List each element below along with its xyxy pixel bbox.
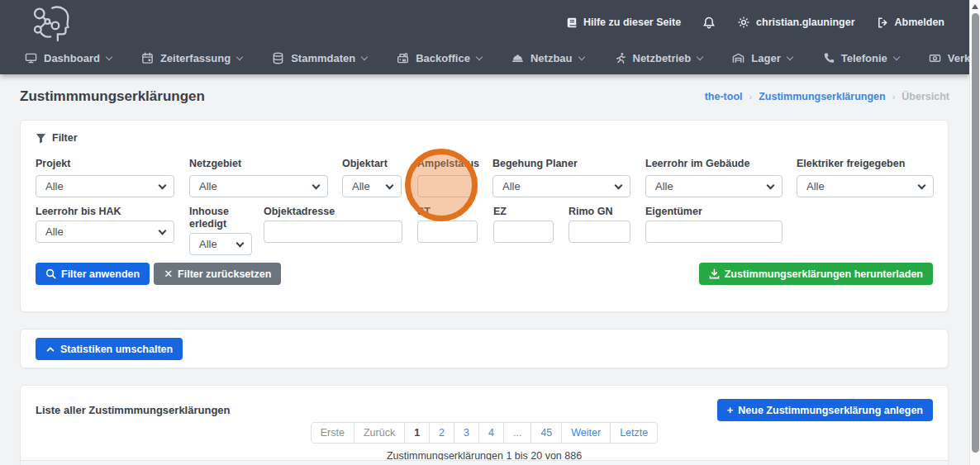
plus-icon: +	[727, 405, 734, 415]
chevron-down-icon	[918, 182, 926, 190]
st-input[interactable]	[417, 221, 478, 243]
filter-label-objektart: Objektart	[342, 158, 388, 170]
chevron-down-icon	[767, 182, 775, 190]
help-link[interactable]: Hilfe zu dieser Seite	[566, 17, 681, 29]
nav-item-netzbetrieb[interactable]: Netzbetrieb	[614, 52, 703, 64]
chevron-down-icon	[159, 182, 167, 190]
user-settings[interactable]: christian.glauninger	[737, 16, 854, 29]
objektart-select[interactable]: Alle	[342, 175, 402, 197]
create-declaration-button[interactable]: + Neue Zustimmungserklärung anlegen	[717, 399, 933, 421]
funnel-icon	[36, 133, 46, 144]
filter-label-st: ST	[417, 206, 431, 218]
chevron-down-icon	[361, 53, 368, 59]
objektadresse-input[interactable]	[264, 221, 402, 243]
filter-label-inhouse: Inhouse erledigt	[189, 206, 255, 230]
elektriker-select[interactable]: Alle	[797, 175, 934, 197]
toggle-statistics-button[interactable]: Statistiken umschalten	[36, 338, 183, 360]
nav-item-backoffice[interactable]: Backoffice	[397, 52, 482, 64]
pagination-first[interactable]: Erste	[311, 422, 354, 444]
scrollbar-thumb[interactable]	[972, 13, 979, 453]
leerrohr-gebaeude-select[interactable]: Alle	[645, 175, 783, 197]
elektriker-select-value: Alle	[806, 180, 825, 192]
nav-item-lager[interactable]: Lager	[732, 52, 792, 64]
statistics-panel: Statistiken umschalten	[20, 329, 949, 368]
leerrohr-hak-select-value: Alle	[45, 225, 64, 238]
nav-item-zeiterfassung[interactable]: Zeiterfassung	[141, 52, 242, 64]
chevron-down-icon	[236, 53, 243, 59]
header-top-bar: Hilfe zu dieser Seite christian.glauning…	[0, 0, 969, 45]
nav-item-dashboard[interactable]: Dashboard	[25, 52, 112, 64]
download-button[interactable]: Zustimmungserklärungen herunterladen	[699, 263, 933, 285]
breadcrumb-separator: ›	[892, 92, 896, 102]
money-icon	[929, 52, 941, 64]
ampelstatus-select[interactable]	[417, 175, 478, 197]
nav-item-stammdaten[interactable]: Stammdaten	[272, 52, 367, 64]
filter-label-projekt: Projekt	[36, 158, 70, 170]
chevron-down-icon	[476, 53, 483, 59]
filter-panel: Filter Projekt Netzgebiet Objektart Ampe…	[20, 120, 949, 312]
nav-label: Backoffice	[416, 52, 470, 64]
breadcrumb-separator: ›	[749, 92, 753, 102]
search-icon	[45, 268, 56, 279]
app-root: { "header": { "help_label": "Hilfe zu di…	[0, 0, 980, 465]
pagination-page-3[interactable]: 3	[454, 422, 479, 444]
filter-label-netzgebiet: Netzgebiet	[189, 158, 241, 170]
chevron-down-icon	[159, 227, 167, 235]
filter-label-ez: EZ	[493, 206, 507, 218]
projekt-select-value: Alle	[45, 180, 64, 192]
page-title-row: Zustimmmungserklärungen the-tool › Zusti…	[0, 74, 969, 105]
pagination-page-4[interactable]: 4	[478, 422, 504, 444]
nav-label: Zeiterfassung	[160, 52, 231, 64]
logout-button[interactable]: Abmelden	[877, 17, 944, 29]
leerrohr-gebaeude-select-value: Alle	[655, 180, 673, 192]
chevron-down-icon	[386, 182, 394, 190]
netzgebiet-select[interactable]: Alle	[189, 175, 328, 197]
hardhat-icon	[511, 52, 524, 64]
filter-label-rimo-gn: Rimo GN	[568, 206, 612, 218]
bell-icon	[702, 16, 716, 30]
vertical-scrollbar[interactable]	[969, 0, 980, 465]
eigentuemer-input[interactable]	[645, 221, 783, 243]
download-icon	[709, 268, 720, 279]
chevron-down-icon	[312, 182, 321, 190]
table-header-band	[21, 460, 948, 465]
breadcrumb: the-tool › Zustimmungserklärungen › Über…	[705, 91, 949, 102]
nav-label: Netzbetrieb	[633, 52, 692, 64]
help-label: Hilfe zu dieser Seite	[583, 17, 681, 28]
pagination: Erste Zurück 1 2 3 4 ... 45 Weiter Letzt…	[21, 422, 948, 444]
notifications-button[interactable]	[702, 16, 716, 30]
rimo-gn-input[interactable]	[568, 221, 630, 243]
head-network-logo-icon	[30, 3, 79, 43]
fax-icon	[397, 52, 409, 64]
pagination-page-1[interactable]: 1	[404, 422, 430, 444]
apply-filter-button[interactable]: Filter anwenden	[36, 263, 150, 285]
toggle-statistics-label: Statistiken umschalten	[60, 344, 173, 355]
reset-filter-label: Filter zurücksetzen	[178, 268, 271, 280]
leerrohr-hak-select[interactable]: Alle	[36, 221, 174, 243]
nav-item-netzbau[interactable]: Netzbau	[511, 52, 584, 64]
nav-item-telefonie[interactable]: Telefonie	[822, 52, 899, 64]
reset-filter-button[interactable]: ✕ Filter zurücksetzen	[154, 263, 281, 285]
breadcrumb-link-the-tool[interactable]: the-tool	[705, 91, 743, 102]
projekt-select[interactable]: Alle	[36, 175, 174, 197]
app-logo[interactable]	[30, 3, 79, 46]
chevron-down-icon	[236, 240, 245, 248]
scrollbar-up-arrow-icon[interactable]	[972, 4, 978, 9]
main-navigation: Dashboard Zeiterfassung Stammdaten Backo…	[0, 45, 969, 71]
chevron-down-icon	[615, 182, 623, 190]
pagination-last[interactable]: Letzte	[610, 422, 658, 444]
inhouse-select[interactable]: Alle	[189, 233, 252, 255]
filter-label-leerrohr-gebaeude: Leerrohr im Gebäude	[645, 158, 749, 170]
filter-header: Filter	[36, 132, 78, 144]
nav-label: Stammdaten	[291, 52, 355, 64]
breadcrumb-link-zustimmungserklaerungen[interactable]: Zustimmungserklärungen	[759, 91, 886, 102]
ez-input[interactable]	[493, 221, 554, 243]
pagination-page-45[interactable]: 45	[530, 422, 562, 444]
filter-buttons: Filter anwenden ✕ Filter zurücksetzen	[36, 263, 281, 285]
inhouse-select-value: Alle	[199, 238, 217, 250]
pagination-next[interactable]: Weiter	[561, 422, 611, 444]
pagination-page-2[interactable]: 2	[429, 422, 454, 444]
pagination-previous[interactable]: Zurück	[354, 422, 405, 444]
begehung-planer-select[interactable]: Alle	[492, 175, 630, 197]
filter-label-ampelstatus: Ampelstatus	[417, 158, 479, 170]
